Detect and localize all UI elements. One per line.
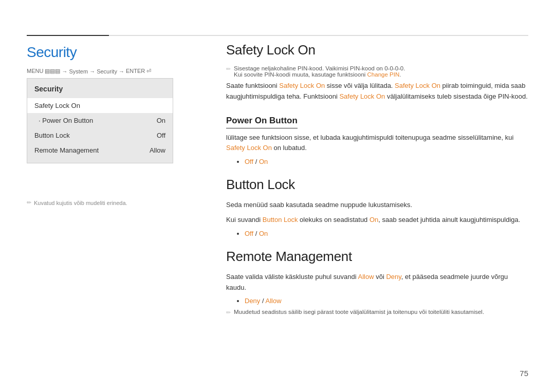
- sidebar-item-button-lock[interactable]: Button Lock Off: [27, 128, 173, 143]
- sidebar-note: ✏ Kuvatud kujutis võib mudeliti erineda.: [27, 199, 127, 206]
- safety-lock-ref-2: Safety Lock On: [395, 82, 440, 89]
- note-pin-block: ✏ Sisestage neljakohaline PIN-kood. Vaik…: [226, 65, 528, 78]
- section-title-button-lock: Button Lock: [226, 177, 528, 193]
- sidebar-item-power-on-label: · Power On Button: [39, 117, 93, 124]
- sidebar-panel: Security Safety Lock On · Power On Butto…: [27, 78, 173, 163]
- section-title-safety-lock: Safety Lock On: [226, 42, 528, 58]
- section-title-power-on: Power On Button: [226, 116, 298, 128]
- section-power-on-button: Power On Button lülitage see funktsioon …: [226, 106, 528, 166]
- breadcrumb-menu: MENU ▤▤▤: [27, 68, 60, 74]
- remote-mgmt-bullet: Deny / Allow: [245, 297, 528, 305]
- section-button-lock: Button Lock Seda menüüd saab kasutada se…: [226, 177, 528, 237]
- sidebar-item-power-on-value: On: [157, 117, 165, 124]
- sidebar-item-remote-mgmt-value: Allow: [150, 146, 165, 154]
- safety-lock-ref-4: Safety Lock On: [226, 144, 272, 152]
- safety-lock-body: Saate funktsiooni Safety Lock On sisse v…: [226, 81, 528, 102]
- remote-mgmt-note-text: Muudetud seadistus säilib isegi pärast t…: [234, 309, 484, 315]
- note-pin-line2: Kui soovite PIN-koodi muuta, kasutage fu…: [234, 71, 405, 78]
- button-lock-body-1: Seda menüüd saab kasutada seadme nuppude…: [226, 200, 528, 211]
- button-lock-ref: Button Lock: [263, 216, 298, 223]
- section-remote-management: Remote Management Saate valida väliste k…: [226, 249, 528, 316]
- button-lock-bullet: Off / On: [245, 230, 528, 237]
- breadcrumb-arrow-2: →: [89, 68, 95, 74]
- sidebar-item-power-on[interactable]: · Power On Button On: [27, 113, 173, 128]
- remote-mgmt-body: Saate valida väliste käskluste puhul suv…: [226, 272, 528, 293]
- power-on-body: lülitage see funktsioon sisse, et lubada…: [226, 133, 528, 154]
- button-lock-off: Off: [245, 230, 253, 237]
- safety-lock-ref-1: Safety Lock On: [279, 82, 325, 89]
- power-on-off: Off: [245, 158, 253, 165]
- note-pin-text: Sisestage neljakohaline PIN-kood. Vaikim…: [234, 65, 405, 78]
- remote-allow-ref: Allow: [358, 273, 374, 281]
- main-content: Safety Lock On ✏ Sisestage neljakohaline…: [226, 42, 528, 319]
- sidebar-title: Security: [27, 79, 173, 98]
- section-safety-lock-on: Safety Lock On ✏ Sisestage neljakohaline…: [226, 42, 528, 102]
- remote-mgmt-note: ✏ Muudetud seadistus säilib isegi pärast…: [226, 309, 528, 316]
- button-lock-on-ref: On: [369, 216, 378, 223]
- power-on-on: On: [259, 158, 268, 165]
- breadcrumb: MENU ▤▤▤ → System → Security → ENTER ⏎: [27, 68, 151, 74]
- breadcrumb-system: System: [69, 68, 88, 74]
- sidebar-item-safety-lock[interactable]: Safety Lock On: [27, 98, 173, 113]
- breadcrumb-arrow-1: →: [62, 68, 67, 74]
- button-lock-on: On: [259, 230, 268, 237]
- sidebar-item-button-lock-value: Off: [157, 132, 165, 139]
- page-number: 75: [520, 369, 528, 378]
- breadcrumb-enter: ENTER ⏎: [126, 68, 151, 74]
- sidebar-note-text: Kuvatud kujutis võib mudeliti erineda.: [34, 200, 127, 206]
- remote-allow: Allow: [265, 297, 281, 305]
- pencil-icon: ✏: [27, 199, 31, 206]
- top-line-accent: [27, 35, 109, 36]
- sidebar-item-remote-mgmt-label: Remote Management: [34, 146, 99, 154]
- remote-deny: Deny: [245, 297, 260, 305]
- page-title: Security: [27, 44, 77, 61]
- section-title-remote-mgmt: Remote Management: [226, 249, 528, 265]
- change-pin-link: Change PIN: [367, 71, 400, 78]
- sidebar-item-button-lock-label: Button Lock: [34, 132, 70, 139]
- button-lock-body-2: Kui suvandi Button Lock olekuks on seadi…: [226, 215, 528, 226]
- note-pin-line1: Sisestage neljakohaline PIN-kood. Vaikim…: [234, 65, 405, 71]
- safety-lock-ref-3: Safety Lock On: [339, 92, 385, 100]
- breadcrumb-security: Security: [97, 68, 117, 74]
- remote-deny-ref: Deny: [386, 273, 401, 281]
- pencil-icon-2: ✏: [226, 309, 231, 316]
- power-on-bullet: Off / On: [245, 158, 528, 165]
- pencil-icon-1: ✏: [226, 66, 231, 72]
- breadcrumb-arrow-3: →: [119, 68, 124, 74]
- sidebar-item-remote-mgmt[interactable]: Remote Management Allow: [27, 143, 173, 158]
